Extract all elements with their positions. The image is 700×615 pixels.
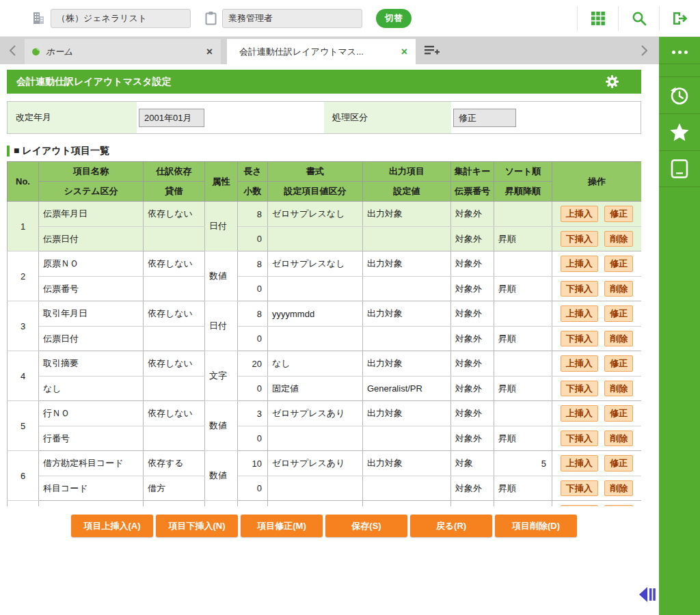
cell-attribute: 文字: [205, 351, 238, 401]
cell-output-item: 出力対象: [363, 401, 451, 426]
item-insert-above-button[interactable]: 項目上挿入(A): [71, 515, 153, 537]
sidebar-history-button[interactable]: [659, 77, 700, 113]
close-tab-icon[interactable]: ×: [205, 46, 214, 57]
cell-format: ゼロサプレスあり: [268, 401, 363, 426]
collapse-panel-icon[interactable]: [638, 586, 656, 603]
cell-attribute: 日付: [205, 301, 238, 351]
table-row[interactable]: 2 原票ＮＯ 依存しない 数値 8 ゼロサプレスなし 出力対象 対象外 上挿入 …: [8, 251, 642, 277]
row-insert-above-button[interactable]: 上挿入: [561, 305, 598, 322]
row-insert-below-button[interactable]: 下挿入: [561, 480, 598, 497]
tab-scroll-left-icon[interactable]: [0, 37, 25, 64]
row-number-cell: 3: [8, 301, 39, 351]
row-insert-below-button[interactable]: 下挿入: [561, 381, 598, 397]
top-bar: 切替: [0, 0, 700, 37]
cell-decimal: 0: [238, 426, 268, 451]
cell-attribute: [205, 501, 238, 507]
row-insert-above-button[interactable]: 上挿入: [561, 355, 598, 372]
col-format: 書式: [268, 162, 363, 182]
table-row[interactable]: 伝票番号 0 対象外 昇順 下挿入 削除: [8, 277, 642, 301]
tab-home[interactable]: ホーム ×: [25, 39, 221, 64]
table-row[interactable]: 4 取引摘要 依存しない 文字 20 なし 出力対象 対象外 上挿入 修正: [8, 351, 642, 377]
row-modify-button[interactable]: 修正: [604, 455, 633, 472]
col-length: 長さ: [238, 162, 268, 182]
back-button[interactable]: 戻る(R): [410, 515, 492, 537]
row-modify-button[interactable]: 修正: [604, 305, 633, 322]
cell-attribute: 数値: [205, 451, 238, 501]
col-item-name: 項目名称: [39, 162, 144, 182]
cell-decimal: 0: [238, 327, 268, 351]
layout-table-body: 1 伝票年月日 依存しない 日付 8 ゼロサプレスなし 出力対象 対象外 上挿入…: [8, 202, 642, 507]
cell-asc-desc: 昇順: [494, 327, 552, 351]
footer-buttons: 項目上挿入(A) 項目下挿入(N) 項目修正(M) 保存(S) 戻る(R) 項目…: [7, 515, 641, 537]
sidebar-favorites-button[interactable]: [659, 113, 700, 150]
cell-set-value: Generalist/PR: [363, 377, 451, 401]
table-row[interactable]: 科目コード 借方 0 対象外 昇順 下挿入 削除: [8, 476, 642, 501]
favorites-star-icon: [669, 122, 690, 142]
tab-scroll-right-icon[interactable]: [632, 37, 656, 64]
table-row[interactable]: 伝票日付 0 対象外 昇順 下挿入 削除: [8, 227, 642, 251]
row-modify-button[interactable]: 修正: [604, 206, 633, 222]
tab-journal-layout[interactable]: 会計連動仕訳レイアウトマス... ×: [227, 39, 416, 64]
row-operations: 上挿入 修正: [552, 451, 642, 476]
process-type-field[interactable]: 修正: [453, 109, 516, 127]
item-delete-button[interactable]: 項目削除(D): [495, 515, 577, 537]
row-delete-button[interactable]: 削除: [604, 480, 633, 497]
close-tab-icon[interactable]: ×: [400, 46, 409, 57]
row-insert-below-button[interactable]: 下挿入: [561, 231, 598, 247]
row-insert-below-button[interactable]: 下挿入: [561, 430, 598, 447]
row-modify-button[interactable]: 修正: [604, 405, 633, 422]
table-row[interactable]: 1 伝票年月日 依存しない 日付 8 ゼロサプレスなし 出力対象 対象外 上挿入…: [8, 202, 642, 227]
row-insert-above-button[interactable]: 上挿入: [561, 405, 598, 422]
cell-attribute: 数値: [205, 401, 238, 451]
row-modify-button[interactable]: 修正: [604, 355, 633, 372]
cell-aggregate-key: 対象外: [451, 202, 494, 227]
row-delete-button[interactable]: 削除: [604, 381, 633, 397]
row-insert-above-button[interactable]: 上挿入: [561, 455, 598, 472]
add-tab-icon[interactable]: [424, 44, 440, 57]
cell-sort-order: [494, 501, 552, 507]
item-insert-below-button[interactable]: 項目下挿入(N): [156, 515, 238, 537]
revision-month-label: 改定年月: [8, 102, 137, 133]
tab-label: 会計連動仕訳レイアウトマス...: [239, 46, 394, 58]
search-icon[interactable]: [619, 0, 659, 36]
main-content: 会計連動仕訳レイアウトマスタ設定 改定年月 2001年01月: [0, 64, 659, 615]
row-modify-button[interactable]: 修正: [604, 256, 633, 272]
row-insert-above-button[interactable]: 上挿入: [561, 256, 598, 272]
table-row[interactable]: 6 借方勘定科目コード 依存する 数値 10 ゼロサプレスあり 出力対象 対象 …: [8, 451, 642, 476]
row-modify-button[interactable]: 修正: [604, 505, 633, 506]
revision-month-field[interactable]: 2001年01月: [139, 109, 204, 127]
sidebar-more-button[interactable]: [659, 37, 700, 64]
table-row[interactable]: 上挿入 修正: [8, 501, 642, 507]
cell-asc-desc: 昇順: [494, 476, 552, 501]
cell-item-name: 伝票年月日: [39, 202, 144, 227]
row-insert-above-button[interactable]: 上挿入: [561, 206, 598, 222]
row-delete-button[interactable]: 削除: [604, 430, 633, 447]
tab-bar: ホーム × 会計連動仕訳レイアウトマス... ×: [0, 37, 659, 64]
table-row[interactable]: なし 0 固定値 Generalist/PR 対象外 昇順 下挿入 削除: [8, 377, 642, 401]
row-number-cell: 6: [8, 451, 39, 501]
company-input[interactable]: [51, 9, 191, 28]
logout-icon[interactable]: [660, 0, 700, 36]
item-modify-button[interactable]: 項目修正(M): [241, 515, 323, 537]
row-delete-button[interactable]: 削除: [604, 281, 633, 297]
settings-gear-icon[interactable]: [605, 74, 619, 89]
cell-output-item: 出力対象: [363, 301, 451, 327]
save-button[interactable]: 保存(S): [325, 515, 407, 537]
role-input[interactable]: [222, 9, 362, 28]
row-insert-below-button[interactable]: 下挿入: [561, 281, 598, 297]
table-row[interactable]: 3 取引年月日 依存しない 日付 8 yyyymmdd 出力対象 対象外 上挿入…: [8, 301, 642, 327]
row-insert-above-button[interactable]: 上挿入: [561, 505, 598, 506]
cell-length: 8: [238, 301, 268, 327]
apps-grid-icon[interactable]: [578, 0, 618, 36]
cell-slip-number: 対象外: [451, 426, 494, 451]
table-row[interactable]: 行番号 0 対象外 昇順 下挿入 削除: [8, 426, 642, 451]
cell-item-name: 取引年月日: [39, 301, 144, 327]
table-row[interactable]: 伝票日付 0 対象外 昇順 下挿入 削除: [8, 327, 642, 351]
row-delete-button[interactable]: 削除: [604, 231, 633, 247]
switch-button[interactable]: 切替: [376, 9, 412, 28]
row-delete-button[interactable]: 削除: [604, 331, 633, 347]
table-row[interactable]: 5 行ＮＯ 依存しない 数値 3 ゼロサプレスあり 出力対象 対象外 上挿入 修…: [8, 401, 642, 426]
sidebar-manual-button[interactable]: [659, 150, 700, 187]
row-insert-below-button[interactable]: 下挿入: [561, 331, 598, 347]
cell-journal-dependency: 依存しない: [144, 351, 205, 377]
